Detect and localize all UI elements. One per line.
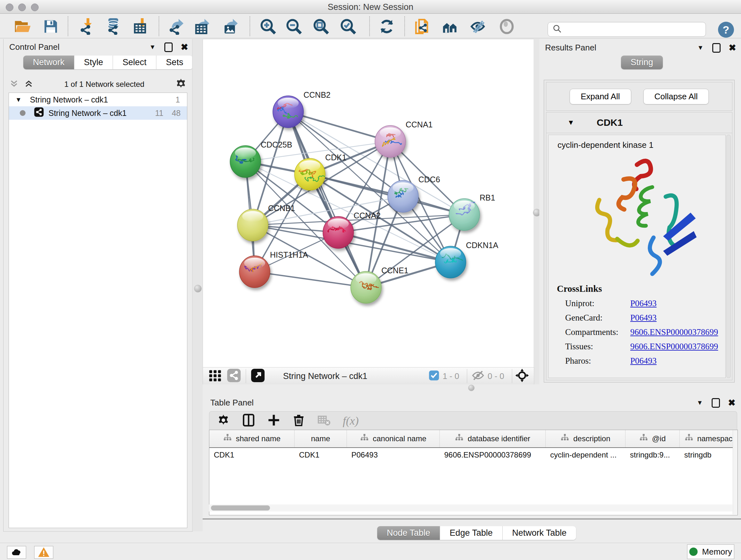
- gene-section-header[interactable]: ▼ CDK1: [546, 112, 732, 133]
- zoom-in-icon[interactable]: [259, 17, 277, 36]
- export-table-icon[interactable]: [193, 17, 211, 36]
- column-header-description[interactable]: description: [546, 430, 625, 447]
- gene-section-expander-icon[interactable]: ▼: [567, 118, 575, 127]
- network-collection-row[interactable]: ▼ String Network – cdk1 1: [9, 93, 187, 106]
- hidden-eye-icon[interactable]: [472, 369, 484, 383]
- edge-CCNB2-CCNE1[interactable]: [288, 112, 366, 287]
- control-panel-collapse-icon[interactable]: ▼: [149, 44, 156, 51]
- node-CDC25B[interactable]: CDC25B: [230, 140, 292, 178]
- warnings-button[interactable]: [34, 546, 53, 559]
- tab-sets[interactable]: Sets: [156, 56, 193, 69]
- tab-network[interactable]: Network: [23, 56, 74, 69]
- tab-style[interactable]: Style: [74, 56, 113, 69]
- left-splitter-handle[interactable]: [194, 285, 202, 293]
- show-columns-icon[interactable]: [242, 414, 255, 428]
- cell-description[interactable]: cyclin-dependent ...: [546, 450, 625, 459]
- export-network-icon[interactable]: [167, 17, 185, 36]
- table-panel-float-icon[interactable]: [712, 398, 720, 408]
- table-panel-close-icon[interactable]: ✖: [728, 399, 735, 407]
- pan-crosshair-icon[interactable]: [515, 368, 529, 384]
- crosslink-link[interactable]: P06493: [630, 299, 657, 308]
- crosslink-link[interactable]: P06493: [630, 356, 657, 366]
- results-panel-close-icon[interactable]: ✖: [729, 44, 736, 51]
- export-image-icon[interactable]: [221, 17, 239, 36]
- search-box[interactable]: [548, 22, 706, 37]
- tab-select[interactable]: Select: [113, 56, 156, 69]
- zoom-selected-icon[interactable]: [339, 17, 357, 36]
- cloud-status-button[interactable]: [7, 546, 26, 559]
- home-network-icon[interactable]: [441, 17, 459, 36]
- open-session-icon[interactable]: [14, 17, 32, 36]
- results-panel-float-icon[interactable]: [712, 43, 721, 53]
- bottom-splitter-handle[interactable]: [468, 385, 475, 391]
- column-header-shared-name[interactable]: shared name: [209, 430, 294, 447]
- column-header-namespac[interactable]: namespac: [680, 430, 738, 447]
- node-RB1[interactable]: RB1: [449, 193, 495, 231]
- network-share-gray-icon[interactable]: [226, 368, 241, 384]
- save-session-icon[interactable]: [42, 17, 60, 36]
- edge-CCNB2-CCNA1[interactable]: [288, 112, 390, 141]
- cell-namespac[interactable]: stringdb: [680, 450, 738, 459]
- import-database-icon[interactable]: [105, 17, 122, 36]
- table-panel-collapse-icon[interactable]: ▼: [696, 399, 703, 407]
- tab-string[interactable]: String: [621, 56, 663, 69]
- results-scrollbar[interactable]: [726, 135, 731, 378]
- column-header-name[interactable]: name: [294, 430, 347, 447]
- zoom-fit-icon[interactable]: [312, 17, 330, 36]
- results-panel-collapse-icon[interactable]: ▼: [697, 44, 704, 51]
- right-splitter[interactable]: [534, 39, 539, 390]
- collapse-all-button[interactable]: Collapse All: [643, 89, 709, 105]
- control-panel-close-icon[interactable]: ✖: [181, 44, 188, 51]
- crosslink-link[interactable]: 9606.ENSP00000378699: [630, 327, 718, 337]
- document-share-icon[interactable]: [414, 17, 431, 36]
- memory-button[interactable]: Memory: [687, 544, 734, 559]
- delete-column-icon[interactable]: [292, 414, 305, 428]
- column-header-database-identifier[interactable]: database identifier: [440, 430, 546, 447]
- left-splitter[interactable]: [192, 39, 203, 531]
- search-input[interactable]: [565, 24, 703, 34]
- network-options-gear-icon[interactable]: [175, 78, 187, 91]
- edge-CDK1-RB1[interactable]: [310, 174, 464, 214]
- import-table-icon[interactable]: [131, 17, 149, 36]
- network-canvas[interactable]: CCNB2CCNA1CDC25BCDK1CDC6RB1CCNB1CCNA2CDK…: [203, 39, 534, 368]
- cell-canonical-name[interactable]: P06493: [347, 450, 440, 459]
- cell-database-identifier[interactable]: 9606.ENSP00000378699: [440, 450, 546, 459]
- birdseye-grid-icon[interactable]: [208, 368, 222, 384]
- help-button[interactable]: ?: [718, 22, 734, 38]
- column-header--id[interactable]: @id: [625, 430, 680, 447]
- edge-HIST1H1A-CCNE1[interactable]: [255, 272, 366, 287]
- hide-eye-icon[interactable]: [469, 17, 487, 36]
- tab-node-table[interactable]: Node Table: [377, 526, 440, 540]
- expand-all-button[interactable]: Expand All: [569, 89, 631, 105]
- crosslink-link[interactable]: P06493: [630, 313, 657, 323]
- eye-icon[interactable]: [498, 17, 516, 36]
- network-row-selected[interactable]: String Network – cdk1 11 48: [9, 106, 187, 120]
- table-horizontal-scrollbar[interactable]: [209, 504, 732, 511]
- collapse-all-networks-icon[interactable]: [9, 79, 19, 90]
- open-in-browser-icon[interactable]: [251, 368, 265, 384]
- node-CDKN1A[interactable]: CDKN1A: [435, 241, 498, 278]
- expand-all-networks-icon[interactable]: [24, 79, 33, 90]
- table-row[interactable]: CDK1CDK1P064939606.ENSP00000378699cyclin…: [209, 448, 738, 462]
- refresh-icon[interactable]: [378, 17, 396, 36]
- add-column-icon[interactable]: [267, 414, 280, 428]
- tab-network-table[interactable]: Network Table: [502, 526, 576, 540]
- selected-checkbox-icon[interactable]: [428, 370, 440, 382]
- node-HIST1H1A[interactable]: HIST1H1A: [239, 250, 308, 288]
- table-options-gear-icon[interactable]: [217, 414, 230, 428]
- crosslink-link[interactable]: 9606.ENSP00000378699: [630, 341, 718, 352]
- node-CCNA1[interactable]: CCNA1: [375, 120, 433, 158]
- column-header-canonical-name[interactable]: canonical name: [347, 430, 440, 447]
- node-CDK1[interactable]: CDK1: [294, 153, 347, 190]
- zoom-out-icon[interactable]: [285, 17, 303, 36]
- import-network-icon[interactable]: [77, 17, 95, 36]
- tab-edge-table[interactable]: Edge Table: [440, 526, 502, 540]
- node-CCNB1[interactable]: CCNB1: [238, 204, 295, 241]
- control-panel-float-icon[interactable]: [164, 43, 173, 52]
- table-vertical-scrollbar[interactable]: [733, 430, 738, 514]
- collection-expander-icon[interactable]: ▼: [15, 96, 22, 104]
- cell--id[interactable]: stringdb:9...: [625, 450, 680, 459]
- scrollbar-thumb[interactable]: [211, 505, 270, 510]
- cell-shared-name[interactable]: CDK1: [209, 450, 294, 459]
- cell-name[interactable]: CDK1: [294, 450, 347, 459]
